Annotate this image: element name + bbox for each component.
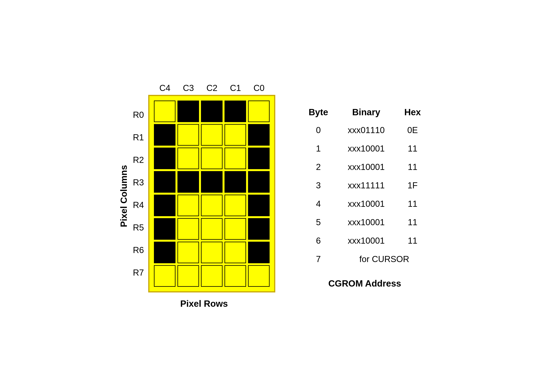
pixel-cell — [201, 101, 223, 122]
table-cell-byte: 0 — [299, 121, 338, 139]
col-label: C4 — [153, 83, 177, 93]
pixel-grid — [148, 95, 275, 293]
table-cell-hex: 1F — [394, 176, 430, 195]
table-header: Binary — [338, 103, 394, 121]
grid-with-row-labels: R0R1R2R3R4R5R6R7 — [133, 95, 275, 293]
pixel-cell — [201, 195, 223, 216]
pixel-cell — [154, 218, 176, 240]
pixel-cell — [248, 147, 270, 169]
table-header-row: ByteBinaryHex — [299, 103, 430, 121]
table-cell-byte: 2 — [299, 158, 338, 176]
cgrom-label: CGROM Address — [328, 278, 401, 289]
col-label: C2 — [200, 83, 224, 93]
pixel-cell — [201, 242, 223, 263]
grid-row — [153, 194, 271, 217]
main-container: Pixel Columns C4C3C2C1C0 R0R1R2R3R4R5R6R… — [119, 83, 431, 309]
col-labels: C4C3C2C1C0 — [153, 83, 271, 93]
table-cell-byte: 1 — [299, 139, 338, 158]
pixel-cell — [154, 171, 176, 193]
row-label: R0 — [133, 104, 146, 126]
table-header: Hex — [394, 103, 430, 121]
pixel-cell — [177, 265, 199, 287]
grid-row — [153, 147, 271, 170]
row-label: R2 — [133, 148, 146, 171]
grid-row — [153, 99, 271, 123]
pixel-cell — [225, 147, 246, 169]
col-label: C1 — [224, 83, 247, 93]
pixel-cell — [225, 101, 246, 122]
table-cell-byte: 3 — [299, 176, 338, 195]
pixel-cell — [177, 242, 199, 263]
table-header: Byte — [299, 103, 338, 121]
left-section: C4C3C2C1C0 R0R1R2R3R4R5R6R7 Pixel Rows — [133, 83, 275, 309]
right-section: ByteBinaryHex 0xxx011100E1xxx10001112xxx… — [299, 103, 430, 289]
table-row: 0xxx011100E — [299, 121, 430, 139]
row-labels-col: R0R1R2R3R4R5R6R7 — [133, 104, 146, 284]
grid-row — [153, 170, 271, 194]
pixel-cell — [248, 101, 270, 122]
pixel-cell — [177, 195, 199, 216]
grid-row — [153, 241, 271, 264]
table-body: 0xxx011100E1xxx10001112xxx10001113xxx111… — [299, 121, 430, 268]
data-table: ByteBinaryHex 0xxx011100E1xxx10001112xxx… — [299, 103, 430, 268]
table-row: 3xxx111111F — [299, 176, 430, 195]
table-row: 5xxx1000111 — [299, 213, 430, 231]
table-cell-hex: 11 — [394, 231, 430, 250]
table-cell-binary: xxx10001 — [338, 195, 394, 213]
pixel-cell — [177, 124, 199, 146]
pixel-cell — [154, 265, 176, 287]
grid-row — [153, 123, 271, 147]
col-label: C0 — [247, 83, 271, 93]
pixel-cell — [248, 218, 270, 240]
pixel-cell — [225, 218, 246, 240]
pixel-cell — [225, 124, 246, 146]
pixel-cell — [225, 171, 246, 193]
table-cell-byte: 5 — [299, 213, 338, 231]
pixel-cell — [225, 195, 246, 216]
pixel-cell — [177, 171, 199, 193]
pixel-cell — [225, 242, 246, 263]
table-cell-binary: xxx10001 — [338, 231, 394, 250]
row-label: R4 — [133, 194, 146, 216]
table-cell-binary: xxx10001 — [338, 213, 394, 231]
table-row: 2xxx1000111 — [299, 158, 430, 176]
table-cell-binary: xxx10001 — [338, 139, 394, 158]
table-cell-byte: 7 — [299, 250, 338, 268]
pixel-columns-label: Pixel Columns — [119, 165, 129, 227]
table-row: 7for CURSOR — [299, 250, 430, 268]
pixel-cell — [177, 101, 199, 122]
pixel-cell — [201, 124, 223, 146]
table-row: 6xxx1000111 — [299, 231, 430, 250]
pixel-cell — [201, 265, 223, 287]
pixel-rows-label: Pixel Rows — [180, 298, 228, 309]
pixel-cell — [248, 195, 270, 216]
row-label: R7 — [133, 261, 146, 284]
pixel-cell — [248, 171, 270, 193]
pixel-cell — [154, 124, 176, 146]
pixel-cell — [248, 265, 270, 287]
pixel-cell — [201, 147, 223, 169]
pixel-cell — [154, 101, 176, 122]
table-cell-binary: xxx11111 — [338, 176, 394, 195]
table-cell-hex: 11 — [394, 195, 430, 213]
pixel-columns-label-container: Pixel Columns — [119, 165, 129, 227]
table-cell-hex: 11 — [394, 158, 430, 176]
row-label: R6 — [133, 239, 146, 261]
table-cell-binary: xxx10001 — [338, 158, 394, 176]
table-cell-hex: 0E — [394, 121, 430, 139]
row-label: R5 — [133, 216, 146, 239]
table-cell-binary: for CURSOR — [338, 250, 431, 268]
table-cell-binary: xxx01110 — [338, 121, 394, 139]
grid-row — [153, 217, 271, 241]
row-label: R3 — [133, 171, 146, 194]
pixel-cell — [177, 218, 199, 240]
pixel-cell — [154, 242, 176, 263]
pixel-cell — [154, 195, 176, 216]
table-cell-hex: 11 — [394, 213, 430, 231]
table-row: 4xxx1000111 — [299, 195, 430, 213]
pixel-cell — [201, 218, 223, 240]
pixel-cell — [177, 147, 199, 169]
table-cell-byte: 6 — [299, 231, 338, 250]
table-cell-byte: 4 — [299, 195, 338, 213]
grid-row — [153, 264, 271, 288]
